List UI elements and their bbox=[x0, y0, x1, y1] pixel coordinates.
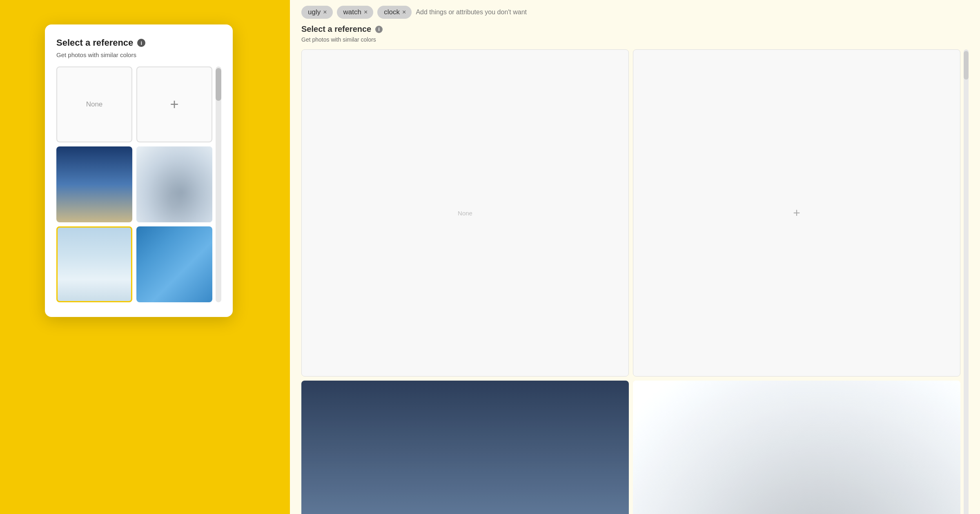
right-none-label: None bbox=[458, 210, 472, 217]
left-info-icon[interactable]: i bbox=[137, 39, 145, 47]
tag-clock-close[interactable]: × bbox=[402, 9, 406, 16]
right-panel-title-row: Select a reference i bbox=[290, 24, 980, 34]
tag-watch-label: watch bbox=[343, 8, 361, 16]
right-ref-grid: None + bbox=[301, 49, 960, 514]
left-thumb-add[interactable]: + bbox=[136, 66, 212, 142]
right-info-icon[interactable]: i bbox=[375, 26, 383, 33]
right-panel-subtitle: Get photos with similar colors bbox=[290, 36, 980, 43]
right-add-label: + bbox=[793, 206, 800, 220]
left-thumb-iceblue[interactable] bbox=[136, 226, 212, 302]
left-panel-title: Select a reference bbox=[56, 38, 133, 48]
left-thumb-none[interactable]: None bbox=[56, 66, 132, 142]
tag-watch-close[interactable]: × bbox=[364, 9, 368, 16]
tag-ugly-label: ugly bbox=[308, 8, 321, 16]
right-thumb-none[interactable]: None bbox=[301, 49, 629, 377]
left-thumb-snowy[interactable] bbox=[136, 146, 212, 222]
left-scrollbar-thumb[interactable] bbox=[216, 68, 221, 101]
tags-row: ugly × watch × clock × bbox=[290, 0, 980, 24]
left-thumb-horizon[interactable] bbox=[56, 226, 132, 302]
left-reference-panel: Select a reference i Get photos with sim… bbox=[45, 24, 233, 317]
tag-ugly-close[interactable]: × bbox=[323, 9, 327, 16]
right-thumb-add[interactable]: + bbox=[633, 49, 960, 377]
left-ref-grid-wrapper: None + bbox=[56, 66, 221, 302]
tag-clock-label: clock bbox=[384, 8, 400, 16]
none-label: None bbox=[86, 100, 103, 109]
right-scrollbar-thumb[interactable] bbox=[964, 51, 969, 80]
add-exclusion-input[interactable] bbox=[416, 9, 538, 16]
add-label: + bbox=[170, 97, 178, 112]
right-panel-title: Select a reference bbox=[301, 24, 371, 34]
tag-clock: clock × bbox=[377, 6, 412, 19]
left-panel-title-row: Select a reference i bbox=[56, 38, 221, 48]
tag-ugly: ugly × bbox=[301, 6, 333, 19]
right-thumb-snowy[interactable] bbox=[633, 381, 960, 514]
left-ref-grid: None + bbox=[56, 66, 212, 302]
right-scrollbar-track[interactable]: ▲ ▼ bbox=[964, 49, 969, 514]
right-panel: ugly × watch × clock × Select a referenc… bbox=[290, 0, 980, 514]
left-scrollbar-track[interactable] bbox=[216, 66, 221, 302]
right-ref-grid-wrapper: None + ▲ ▼ bbox=[290, 49, 980, 514]
right-thumb-bluesky[interactable] bbox=[301, 381, 629, 514]
left-panel-subtitle: Get photos with similar colors bbox=[56, 51, 221, 58]
left-thumb-bluesky[interactable] bbox=[56, 146, 132, 222]
tag-watch: watch × bbox=[337, 6, 374, 19]
